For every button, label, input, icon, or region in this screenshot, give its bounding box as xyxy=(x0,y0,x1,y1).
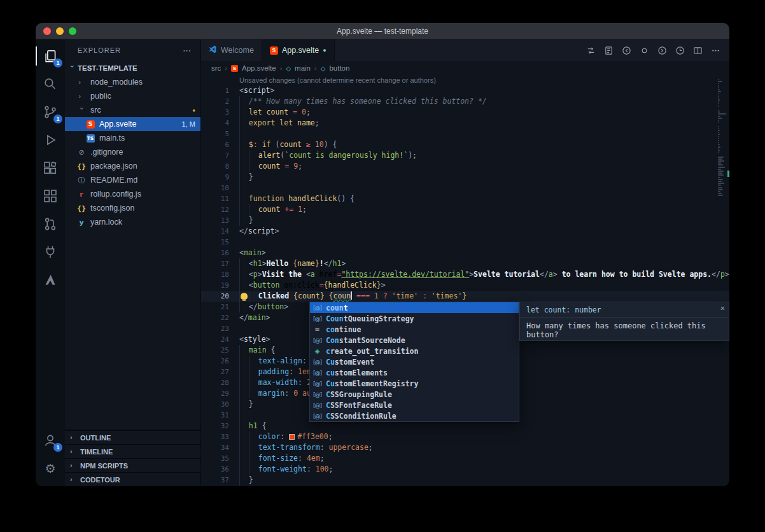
tree-item[interactable]: src xyxy=(65,103,200,117)
tab-welcome[interactable]: Welcome xyxy=(201,39,262,61)
section-codetour[interactable]: CODETOUR xyxy=(65,472,200,486)
suggest-item[interactable]: CountQueuingStrategy xyxy=(310,313,519,324)
suggest-item[interactable]: CustomEvent xyxy=(310,356,519,367)
code-line[interactable]: 8 count = 9; xyxy=(201,161,729,172)
section-timeline[interactable]: TIMELINE xyxy=(65,444,200,458)
code-line[interactable]: 9 } xyxy=(201,172,729,183)
code-line[interactable]: 7 alert(`count is dangerously high!`); xyxy=(201,150,729,161)
accounts-icon[interactable]: 1 xyxy=(36,426,65,454)
explorer-icon[interactable]: 1 xyxy=(36,42,65,70)
code-line[interactable]: 17 <h1>Hello {name}!</h1> xyxy=(201,258,729,269)
minimap-line xyxy=(718,146,720,148)
line-number: 3 xyxy=(201,107,229,118)
line-number: 19 xyxy=(201,280,229,291)
github-pull-requests-icon[interactable] xyxy=(36,210,65,238)
suggest-item[interactable]: create_out_transition xyxy=(310,346,519,356)
minimap-line xyxy=(718,113,726,115)
code-editor[interactable]: Unsaved changes (cannot determine recent… xyxy=(201,75,729,486)
suggest-item[interactable]: count xyxy=(310,302,519,313)
back-icon[interactable] xyxy=(622,46,631,55)
minimize-window-button[interactable] xyxy=(56,27,64,35)
lightbulb-icon[interactable] xyxy=(241,293,248,300)
tree-item[interactable]: public xyxy=(65,89,200,103)
code-line[interactable]: 32 h1 { xyxy=(201,421,729,431)
code-token: === xyxy=(352,291,374,300)
code-line[interactable]: 4 export let name; xyxy=(201,118,729,129)
remote-explorer-icon[interactable] xyxy=(36,238,65,266)
code-line[interactable]: 34 text-transform: uppercase; xyxy=(201,442,729,453)
code-line[interactable]: 10 xyxy=(201,183,729,193)
tree-item[interactable]: node_modules xyxy=(65,75,200,89)
code-line[interactable]: 3 let count = 0; xyxy=(201,107,729,118)
codelens-annotation[interactable]: Unsaved changes (cannot determine recent… xyxy=(239,75,729,85)
suggest-item[interactable]: CSSGroupingRule xyxy=(310,389,519,400)
code-line[interactable]: 18 <p>Visit the <a href="https://svelte.… xyxy=(201,269,729,280)
suggest-item[interactable]: CSSConditionRule xyxy=(310,410,519,421)
tree-item[interactable]: rollup.config.js xyxy=(65,187,200,201)
tree-item[interactable]: yarn.lock xyxy=(65,215,200,229)
suggest-item[interactable]: CSSFontFaceRule xyxy=(310,400,519,410)
minimap[interactable] xyxy=(717,75,727,486)
close-window-button[interactable] xyxy=(43,27,51,35)
code-line[interactable]: 36 font-weight: 100; xyxy=(201,464,729,475)
run-icon[interactable] xyxy=(675,46,685,55)
code-line[interactable]: 15 xyxy=(201,237,729,248)
settings-gear-icon[interactable]: ⚙ xyxy=(36,454,65,482)
source-control-icon[interactable]: 1 xyxy=(36,98,65,126)
tree-item[interactable]: package.json xyxy=(65,159,200,173)
forward-icon[interactable] xyxy=(657,46,667,55)
code-token: </ xyxy=(249,302,258,311)
close-icon[interactable]: ✕ xyxy=(720,304,725,312)
azure-icon[interactable] xyxy=(36,266,65,294)
tree-item[interactable]: App.svelte1, M xyxy=(65,117,200,131)
project-root-item[interactable]: TEST-TEMPLATE xyxy=(65,61,200,75)
toggle-changes-icon[interactable] xyxy=(586,46,596,55)
breakpoint-icon[interactable] xyxy=(640,46,649,55)
code-line[interactable]: 11 function handleClick() { xyxy=(201,193,729,204)
breadcrumb-item-button[interactable]: button xyxy=(329,64,349,72)
run-debug-icon[interactable] xyxy=(36,126,65,154)
more-actions-icon[interactable]: ⋯ xyxy=(183,46,192,55)
split-editor-icon[interactable] xyxy=(693,46,703,55)
code-token xyxy=(249,442,258,453)
search-icon[interactable] xyxy=(36,70,65,98)
suggest-item[interactable]: customElements xyxy=(310,367,519,378)
more-actions-icon[interactable] xyxy=(711,46,720,55)
breadcrumb-item-main[interactable]: main xyxy=(295,64,311,72)
code-line[interactable]: 33 color: #ff3e00; xyxy=(201,431,729,442)
code-token: let xyxy=(249,108,267,116)
code-line[interactable]: 35 font-size: 4em; xyxy=(201,453,729,464)
code-line[interactable]: 14</script> xyxy=(201,226,729,237)
maximize-window-button[interactable] xyxy=(69,27,76,35)
code-line[interactable]: 20 Clicked {count} {coun === 1 ? 'time' … xyxy=(201,291,729,302)
tree-item[interactable]: tsconfig.json xyxy=(65,201,200,215)
test-grid-icon[interactable] xyxy=(36,182,65,210)
code-line[interactable]: 19 <button on:click={handleClick}> xyxy=(201,280,729,291)
code-text: } xyxy=(239,399,253,410)
code-line[interactable]: 16<main> xyxy=(201,248,729,258)
breadcrumb-item-src[interactable]: src xyxy=(211,64,221,72)
code-line[interactable]: 13 } xyxy=(201,215,729,226)
suggest-item[interactable]: continue xyxy=(310,324,519,335)
code-token: > xyxy=(284,302,288,311)
tab-app-svelte[interactable]: App.svelte xyxy=(262,39,335,61)
code-line[interactable]: 2 /** How many times has someone clicked… xyxy=(201,96,729,107)
open-preview-icon[interactable] xyxy=(604,46,614,55)
code-line[interactable]: 37 } xyxy=(201,475,729,486)
section-outline[interactable]: OUTLINE xyxy=(65,430,200,444)
code-line[interactable]: 12 count += 1; xyxy=(201,204,729,215)
code-token xyxy=(239,204,249,215)
breadcrumb-item-file[interactable]: App.svelte xyxy=(242,64,276,72)
tree-item[interactable]: .gitignore xyxy=(65,145,200,159)
tree-item[interactable]: main.ts xyxy=(65,131,200,145)
variable-icon xyxy=(312,315,323,322)
code-line[interactable]: 6 $: if (count ≥ 10) { xyxy=(201,139,729,150)
suggest-item[interactable]: ConstantSourceNode xyxy=(310,335,519,346)
code-line[interactable]: 1<script> xyxy=(201,85,729,96)
section-npm-scripts[interactable]: NPM SCRIPTS xyxy=(65,458,200,472)
tree-item[interactable]: README.md xyxy=(65,173,200,187)
suggest-item[interactable]: CustomElementRegistry xyxy=(310,378,519,389)
code-line[interactable]: 5 xyxy=(201,129,729,139)
extensions-icon[interactable] xyxy=(36,154,65,182)
code-token: ; xyxy=(368,443,373,452)
